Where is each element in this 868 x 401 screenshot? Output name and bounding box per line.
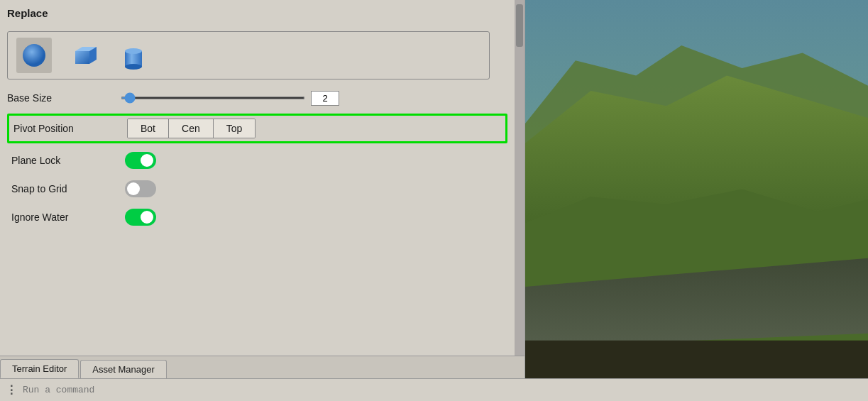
ignore-water-row: Ignore Water <box>7 206 507 229</box>
svg-point-5 <box>125 48 142 54</box>
pivot-top-button[interactable]: Top <box>214 119 256 138</box>
panel-scrollbar[interactable] <box>515 0 524 356</box>
terrain-svg <box>525 0 868 378</box>
snap-to-grid-label: Snap to Grid <box>11 183 125 194</box>
terrain-viewport <box>525 0 868 378</box>
tab-asset-manager[interactable]: Asset Manager <box>80 360 166 378</box>
snap-to-grid-toggle[interactable] <box>125 180 156 197</box>
left-panel: Replace <box>0 0 525 378</box>
svg-point-0 <box>23 44 45 67</box>
tab-bar: Terrain Editor Asset Manager <box>0 356 524 378</box>
shape-sphere[interactable] <box>16 38 52 73</box>
svg-point-6 <box>125 64 142 70</box>
replace-section-title: Replace <box>7 7 48 19</box>
command-input[interactable] <box>23 385 862 395</box>
pivot-button-group: Bot Cen Top <box>127 119 256 138</box>
scrollbar-thumb <box>516 4 523 47</box>
base-size-slider[interactable] <box>121 97 305 99</box>
shape-selector <box>7 31 490 79</box>
shape-box[interactable] <box>66 38 101 73</box>
base-size-value: 2 <box>311 91 339 106</box>
ignore-water-label: Ignore Water <box>11 212 125 223</box>
svg-rect-1 <box>75 51 89 64</box>
pivot-position-row: Pivot Position Bot Cen Top <box>7 114 507 143</box>
shape-cylinder[interactable] <box>116 38 151 73</box>
pivot-position-label: Pivot Position <box>13 123 127 134</box>
pivot-bot-button[interactable]: Bot <box>128 119 169 138</box>
command-bar: ⋮ <box>0 378 868 401</box>
ignore-water-toggle[interactable] <box>125 209 156 226</box>
svg-rect-12 <box>525 341 868 378</box>
base-size-row: Base Size 2 <box>7 88 507 108</box>
plane-lock-slider <box>125 152 156 169</box>
ignore-water-slider <box>125 209 156 226</box>
snap-to-grid-slider <box>125 180 156 197</box>
pivot-cen-button[interactable]: Cen <box>169 119 214 138</box>
snap-to-grid-row: Snap to Grid <box>7 177 507 200</box>
tab-terrain-editor[interactable]: Terrain Editor <box>0 359 79 378</box>
plane-lock-toggle[interactable] <box>125 152 156 169</box>
plane-lock-label: Plane Lock <box>11 155 125 166</box>
command-dots-icon: ⋮ <box>6 383 17 397</box>
plane-lock-row: Plane Lock <box>7 149 507 172</box>
base-size-label: Base Size <box>7 92 121 104</box>
